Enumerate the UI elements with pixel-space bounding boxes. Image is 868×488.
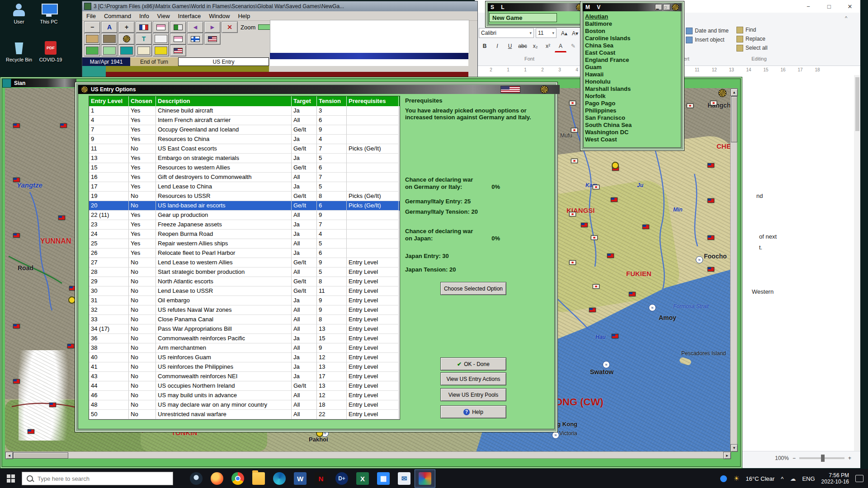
zoom-slider[interactable]: [799, 457, 844, 459]
map-vertical-scrollbar[interactable]: ▲ ▼: [730, 88, 737, 451]
toolbar-button[interactable]: [153, 33, 169, 45]
sl-window-title[interactable]: S L: [488, 3, 586, 11]
table-row[interactable]: 34 (17)NoPass War Appropriations BillAll…: [89, 324, 400, 334]
editing-item[interactable]: Select all: [736, 43, 768, 52]
file-explorer-icon[interactable]: [248, 469, 269, 488]
mv-list-item[interactable]: Boston: [585, 28, 678, 35]
minimize-button[interactable]: ▁: [655, 4, 662, 10]
toolbar-button[interactable]: [136, 21, 152, 33]
table-row[interactable]: 23YesFreeze Japanese assetsJa7: [89, 220, 400, 230]
steam-icon[interactable]: [186, 469, 207, 488]
font-style-button[interactable]: I: [491, 41, 503, 52]
shrink-font-button[interactable]: A▾: [569, 28, 581, 39]
table-row[interactable]: 32NoUS refutes Naval War zonesAll9Entry …: [89, 305, 400, 315]
toolbar-button[interactable]: [187, 33, 203, 45]
store-icon[interactable]: ▦: [373, 469, 394, 488]
close-icon[interactable]: [672, 4, 679, 11]
font-style-button[interactable]: B: [479, 41, 491, 52]
start-button[interactable]: [0, 469, 22, 488]
table-row[interactable]: 15YesResources to western AlliesGe/It6: [89, 163, 400, 173]
grow-font-button[interactable]: A▴: [558, 28, 570, 39]
table-row[interactable]: 48NoUS may declare war on any minor coun…: [89, 400, 400, 410]
table-row[interactable]: 19NoResources to USSRGe/It8Picks (Ge/It): [89, 192, 400, 201]
toolbar-button[interactable]: [170, 33, 186, 45]
table-row[interactable]: 40NoUS reinforces GuamJa12Entry Level: [89, 353, 400, 362]
editing-item[interactable]: Find: [736, 25, 768, 34]
toolbar-button[interactable]: [170, 21, 186, 33]
menu-view[interactable]: View: [153, 13, 174, 19]
document-scrollbar[interactable]: [854, 75, 860, 451]
desktop-icon-covid-pdf[interactable]: PDF COVID-19: [36, 41, 65, 62]
font-style-button[interactable]: abc: [517, 41, 528, 52]
menu-interface[interactable]: Interface: [174, 13, 205, 19]
tray-expand-icon[interactable]: ^: [781, 475, 783, 482]
weather-text[interactable]: 16°C Clear: [746, 475, 775, 482]
close-icon[interactable]: [540, 85, 548, 94]
mv-list-item[interactable]: East Coast: [585, 49, 678, 56]
edge-icon[interactable]: [269, 469, 290, 488]
scroll-right-button[interactable]: ►: [723, 452, 731, 459]
toolbar-button[interactable]: [118, 33, 135, 45]
map-horizontal-scrollbar[interactable]: ◄ ►: [5, 451, 730, 459]
toolbar-button[interactable]: [153, 21, 169, 33]
game-titlebar[interactable]: 3 [C:\Program Files (x86)\Matrix Games\W…: [82, 1, 477, 11]
mv-list-item[interactable]: England France: [585, 56, 678, 64]
mv-list-item[interactable]: Caroline Islands: [585, 35, 678, 42]
mv-window-title[interactable]: M V ▁ □: [583, 3, 682, 11]
table-row[interactable]: 11NoUS East Coast escortsGe/It7Picks (Ge…: [89, 144, 400, 154]
action-center-icon[interactable]: [855, 475, 863, 482]
insert-item[interactable]: Insert object: [686, 35, 729, 44]
table-row[interactable]: 46NoUS may build units in advanceAll12En…: [89, 391, 400, 400]
column-header[interactable]: Chosen: [129, 96, 156, 106]
maximize-button[interactable]: □: [663, 4, 670, 10]
toolbar-button[interactable]: +: [118, 21, 135, 33]
collapse-ribbon-button[interactable]: ^: [845, 15, 847, 21]
mv-list-item[interactable]: Marshall Islands: [585, 85, 678, 93]
toolbar-button[interactable]: [136, 45, 152, 56]
toolbar-button[interactable]: [84, 45, 100, 56]
search-input[interactable]: [37, 475, 151, 483]
mv-list-item[interactable]: Hawaii: [585, 71, 678, 78]
table-row[interactable]: 13YesEmbargo on strategic materialsJa5: [89, 154, 400, 163]
language-indicator[interactable]: ENG: [802, 475, 815, 482]
scroll-down-button[interactable]: ▼: [731, 444, 738, 452]
font-name-select[interactable]: Calibri▾: [479, 28, 534, 38]
disney-plus-icon[interactable]: D+: [331, 469, 352, 488]
column-header[interactable]: Target: [292, 96, 317, 106]
table-row[interactable]: 50NoUnrestricted naval warfareAll22Entry…: [89, 410, 400, 419]
mail-icon[interactable]: ✉: [394, 469, 415, 488]
table-row[interactable]: 4YesIntern French aircraft carrierAll6: [89, 116, 400, 125]
font-style-button[interactable]: A: [555, 41, 566, 52]
table-row[interactable]: 44NoUS occupies Northern IrelandGe/It13E…: [89, 381, 400, 391]
menu-window[interactable]: Window: [205, 13, 234, 19]
toolbar-button[interactable]: [101, 33, 118, 45]
editing-item[interactable]: Replace: [736, 34, 768, 43]
mv-list-item[interactable]: China Sea: [585, 42, 678, 49]
font-style-button[interactable]: ✎: [567, 41, 579, 52]
chrome-icon[interactable]: [227, 469, 248, 488]
toolbar-button[interactable]: −: [84, 21, 100, 33]
close-icon[interactable]: [718, 89, 726, 97]
insert-item[interactable]: Date and time: [686, 26, 729, 35]
desktop-icon-user[interactable]: User: [5, 3, 33, 24]
help-button[interactable]: ? Help: [440, 405, 506, 418]
column-header[interactable]: Description: [156, 96, 292, 106]
menu-file[interactable]: File: [82, 13, 100, 19]
table-row[interactable]: 17YesLend Lease to ChinaJa5: [89, 182, 400, 192]
taskbar-search[interactable]: [22, 472, 173, 485]
scroll-left-button[interactable]: ◄: [5, 452, 13, 459]
minimize-button[interactable]: −: [798, 0, 819, 13]
table-row[interactable]: 28NoStart strategic bomber productionAll…: [89, 267, 400, 277]
mv-list-item[interactable]: Baltimore: [585, 20, 678, 28]
menu-command[interactable]: Command: [100, 13, 135, 19]
ok-done-button[interactable]: ✔ OK - Done: [440, 357, 506, 371]
zoom-slider-thumb[interactable]: [821, 455, 825, 462]
zoom-in-button[interactable]: +: [848, 455, 851, 461]
table-row[interactable]: 31NoOil embargoJa9Entry Level: [89, 296, 400, 305]
table-row[interactable]: 16YesGift of destroyers to CommonwealthA…: [89, 173, 400, 182]
mv-list-item[interactable]: South China Sea: [585, 122, 678, 129]
table-row[interactable]: 33NoClose Panama CanalAll8Entry Level: [89, 315, 400, 324]
wif-game-icon[interactable]: [415, 469, 435, 488]
toolbar-button[interactable]: [153, 45, 169, 56]
close-button[interactable]: ✕: [840, 0, 860, 13]
